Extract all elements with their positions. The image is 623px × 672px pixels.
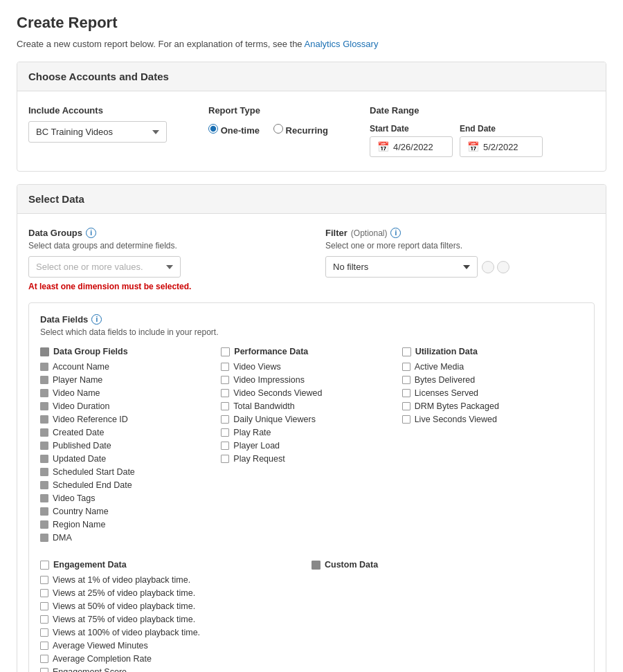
data-group-field-item[interactable]: Scheduled End Date: [40, 480, 214, 490]
field-checkbox[interactable]: [40, 442, 48, 450]
calendar-icon: 📅: [377, 141, 389, 152]
data-group-field-item[interactable]: Video Duration: [40, 401, 214, 411]
performance-field-item[interactable]: Video Seconds Viewed: [221, 388, 395, 398]
engagement-field-item[interactable]: Views at 1% of video playback time.: [40, 575, 312, 585]
field-checkbox[interactable]: [40, 534, 48, 542]
field-label: Active Media: [415, 362, 464, 372]
field-checkbox[interactable]: [40, 468, 48, 476]
end-date-input[interactable]: 📅 5/2/2022: [460, 136, 543, 157]
field-checkbox[interactable]: [221, 442, 229, 450]
start-date-input[interactable]: 📅 4/26/2022: [370, 136, 453, 157]
field-checkbox[interactable]: [402, 376, 410, 384]
engagement-field-item[interactable]: Views at 25% of video playback time.: [40, 588, 312, 598]
field-checkbox[interactable]: [40, 520, 48, 529]
data-groups-left: Data Groups i Select data groups and det…: [28, 228, 298, 291]
performance-field-item[interactable]: Daily Unique Viewers: [221, 415, 395, 424]
field-checkbox[interactable]: [40, 363, 48, 371]
field-checkbox[interactable]: [221, 415, 229, 424]
analytics-glossary-link[interactable]: Analytics Glossary: [305, 39, 379, 49]
field-checkbox[interactable]: [40, 576, 48, 584]
field-checkbox[interactable]: [40, 455, 48, 463]
field-checkbox[interactable]: [40, 642, 48, 650]
field-checkbox[interactable]: [40, 481, 48, 489]
data-group-field-item[interactable]: Region Name: [40, 520, 214, 529]
field-checkbox[interactable]: [221, 363, 229, 371]
engagement-field-item[interactable]: Views at 50% of video playback time.: [40, 601, 312, 611]
field-checkbox[interactable]: [402, 415, 410, 424]
engagement-field-item[interactable]: Engagement Score: [40, 667, 312, 672]
utilization-field-item[interactable]: DRM Bytes Packaged: [402, 401, 576, 411]
include-accounts-group: Include Accounts BC Training Videos: [28, 105, 167, 143]
include-accounts-select[interactable]: BC Training Videos: [28, 121, 167, 143]
utilization-field-item[interactable]: Live Seconds Viewed: [402, 415, 576, 424]
field-checkbox[interactable]: [40, 628, 48, 637]
recurring-radio[interactable]: [273, 124, 283, 134]
data-group-field-item[interactable]: Video Name: [40, 388, 214, 398]
engagement-field-item[interactable]: Views at 75% of video playback time.: [40, 615, 312, 624]
data-group-field-item[interactable]: DMA: [40, 533, 214, 543]
engagement-data-checkbox[interactable]: [40, 561, 49, 570]
performance-field-item[interactable]: Video Views: [221, 362, 395, 372]
one-time-option[interactable]: One-time: [208, 124, 260, 136]
field-checkbox[interactable]: [40, 602, 48, 610]
data-fields-sublabel: Select which data fields to include in y…: [40, 327, 583, 337]
filter-select[interactable]: No filters: [325, 256, 478, 278]
performance-field-item[interactable]: Total Bandwidth: [221, 401, 395, 411]
field-checkbox[interactable]: [221, 428, 229, 437]
recurring-option[interactable]: Recurring: [273, 124, 328, 136]
performance-data-checkbox[interactable]: [221, 347, 230, 356]
field-label: Video Seconds Viewed: [233, 388, 322, 398]
custom-data-checkbox[interactable]: [312, 561, 320, 570]
field-checkbox[interactable]: [40, 389, 48, 397]
field-checkbox[interactable]: [402, 389, 410, 397]
data-group-field-item[interactable]: Created Date: [40, 428, 214, 437]
utilization-data-header[interactable]: Utilization Data: [402, 347, 576, 356]
include-accounts-label: Include Accounts: [28, 105, 167, 116]
data-group-field-item[interactable]: Account Name: [40, 362, 214, 372]
engagement-field-item[interactable]: Average Viewed Minutes: [40, 641, 312, 651]
field-label: Daily Unique Viewers: [233, 415, 316, 424]
field-checkbox[interactable]: [40, 494, 48, 502]
one-time-radio[interactable]: [208, 124, 218, 134]
performance-field-item[interactable]: Play Rate: [221, 428, 395, 437]
performance-data-header[interactable]: Performance Data: [221, 347, 395, 356]
utilization-field-item[interactable]: Active Media: [402, 362, 576, 372]
engagement-data-header[interactable]: Engagement Data: [40, 560, 312, 570]
performance-field-item[interactable]: Play Request: [221, 454, 395, 464]
data-group-field-item[interactable]: Scheduled Start Date: [40, 467, 214, 477]
field-checkbox[interactable]: [40, 589, 48, 597]
custom-data-header[interactable]: Custom Data: [312, 560, 583, 570]
data-group-field-item[interactable]: Updated Date: [40, 454, 214, 464]
field-checkbox[interactable]: [221, 376, 229, 384]
data-group-field-item[interactable]: Video Reference ID: [40, 415, 214, 424]
field-checkbox[interactable]: [40, 615, 48, 624]
field-checkbox[interactable]: [40, 668, 48, 672]
utilization-field-item[interactable]: Licenses Served: [402, 388, 576, 398]
field-checkbox[interactable]: [40, 428, 48, 437]
utilization-field-item[interactable]: Bytes Delivered: [402, 375, 576, 385]
field-checkbox[interactable]: [40, 415, 48, 424]
field-checkbox[interactable]: [221, 402, 229, 410]
field-checkbox[interactable]: [402, 363, 410, 371]
field-checkbox[interactable]: [221, 455, 229, 463]
field-checkbox[interactable]: [40, 402, 48, 410]
data-group-fields-checkbox[interactable]: [40, 347, 49, 356]
performance-field-item[interactable]: Video Impressions: [221, 375, 395, 385]
intro-text: Create a new custom report below. For an…: [17, 39, 606, 49]
field-checkbox[interactable]: [40, 507, 48, 516]
report-type-group: Report Type One-time Recurring: [208, 105, 328, 141]
field-checkbox[interactable]: [40, 376, 48, 384]
engagement-field-item[interactable]: Average Completion Rate: [40, 654, 312, 664]
field-checkbox[interactable]: [221, 389, 229, 397]
data-group-field-item[interactable]: Video Tags: [40, 493, 214, 503]
utilization-data-checkbox[interactable]: [402, 347, 411, 356]
data-group-field-item[interactable]: Published Date: [40, 441, 214, 451]
data-group-field-item[interactable]: Country Name: [40, 507, 214, 516]
field-checkbox[interactable]: [40, 655, 48, 663]
field-checkbox[interactable]: [402, 402, 410, 410]
data-group-field-item[interactable]: Player Name: [40, 375, 214, 385]
engagement-field-item[interactable]: Views at 100% of video playback time.: [40, 628, 312, 637]
data-groups-select[interactable]: Select one or more values.: [28, 256, 181, 278]
data-group-fields-header[interactable]: Data Group Fields: [40, 347, 214, 356]
performance-field-item[interactable]: Player Load: [221, 441, 395, 451]
